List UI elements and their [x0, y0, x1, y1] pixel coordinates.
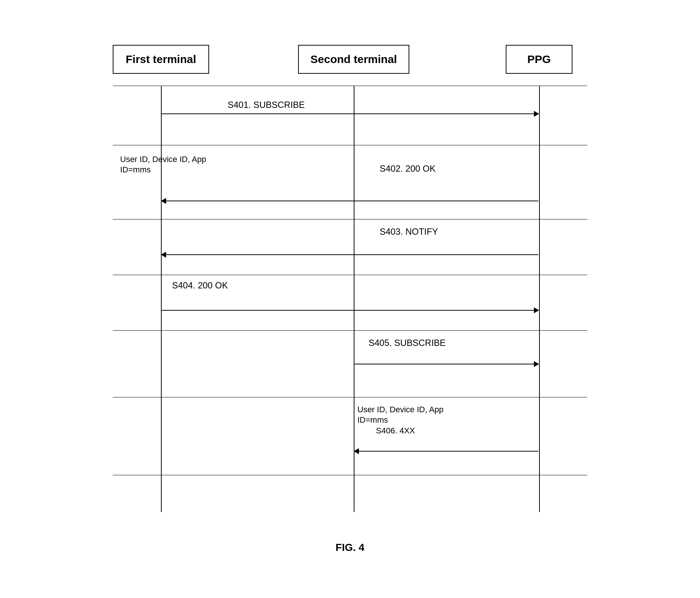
sep-line-2 — [113, 219, 587, 219]
figure-caption: FIG. 4 — [336, 542, 364, 554]
diagram-wrapper: First terminal Second terminal PPG S401.… — [90, 45, 610, 554]
actor-first: First terminal — [113, 45, 209, 74]
arrow-s403 — [162, 254, 538, 255]
arrow-s404 — [162, 310, 538, 311]
sep-line-1 — [113, 145, 587, 145]
sequence-diagram: First terminal Second terminal PPG S401.… — [90, 45, 610, 527]
lifeline-first — [161, 86, 162, 512]
arrow-s405 — [354, 364, 538, 364]
label-s402: S402. 200 OK — [380, 163, 436, 174]
label-s405: S405. SUBSCRIBE — [369, 338, 446, 348]
actor-ppg-label: PPG — [527, 53, 551, 65]
sep-line-6 — [113, 475, 587, 475]
sep-line-0 — [113, 86, 587, 86]
label-s402-param: User ID, Device ID, AppID=mms — [120, 154, 206, 175]
arrow-s402 — [162, 201, 538, 201]
label-s406: S406. 4XX — [357, 426, 415, 435]
label-s406-param: User ID, Device ID, AppID=mms S406. 4XX — [357, 404, 443, 436]
actor-second-label: Second terminal — [310, 53, 397, 65]
label-s404: S404. 200 OK — [172, 280, 228, 291]
actor-second: Second terminal — [298, 45, 409, 74]
label-s403: S403. NOTIFY — [380, 227, 438, 237]
lifeline-ppg — [539, 86, 540, 512]
actor-first-label: First terminal — [126, 53, 196, 65]
arrow-s401 — [162, 113, 538, 114]
sep-line-3 — [113, 275, 587, 275]
sep-line-4 — [113, 330, 587, 331]
sep-line-5 — [113, 397, 587, 397]
actor-ppg: PPG — [506, 45, 572, 74]
label-s401: S401. SUBSCRIBE — [228, 100, 305, 110]
arrow-s406 — [354, 451, 538, 452]
